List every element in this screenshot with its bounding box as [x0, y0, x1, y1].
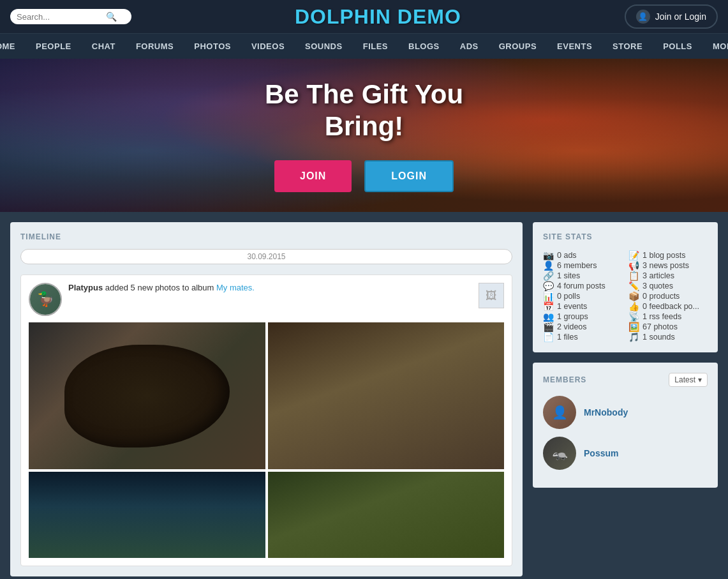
header: 🔍 DOLPHIN DEMO 👤 Join or Login — [0, 0, 728, 33]
stat-photos: 🖼️ 67 photos — [628, 322, 708, 332]
chevron-down-icon: ▾ — [698, 375, 702, 384]
stats-col2: 📝 1 blog posts 📢 3 news posts 📋 3 articl… — [628, 250, 708, 342]
post-author-avatar[interactable]: 🦆 — [29, 283, 62, 316]
stat-members: 👤 6 members — [543, 260, 622, 271]
stats-label: SITE STATS — [543, 232, 708, 241]
timeline-post: 🦆 Platypus added 5 new photos to album M… — [20, 274, 512, 566]
platypus-photo-3 — [29, 472, 265, 558]
articles-icon: 📋 — [628, 271, 639, 281]
ads-icon: 📷 — [543, 250, 553, 260]
stat-groups: 👥 1 groups — [543, 312, 622, 322]
platypus-photo-2 — [268, 322, 505, 469]
videos-icon: 🎬 — [543, 322, 553, 332]
avatar-image: 🦆 — [30, 284, 61, 315]
news-icon: 📢 — [628, 260, 639, 271]
avatar-image-possum: 🦡 — [543, 437, 576, 470]
nav-ads[interactable]: ADS — [450, 34, 489, 59]
right-sidebar: SITE STATS 📷 0 ads 👤 6 members 🔗 1 sites — [533, 222, 718, 576]
stat-forum-posts: 💬 4 forum posts — [543, 281, 622, 291]
post-text: Platypus added 5 new photos to album My … — [68, 283, 472, 292]
avatar-image-mrnobody: 👤 — [543, 396, 576, 429]
member-item-possum: 🦡 Possum — [543, 437, 708, 470]
search-box[interactable]: 🔍 — [10, 9, 131, 24]
join-button[interactable]: JOIN — [274, 160, 352, 192]
members-label: MEMBERS — [543, 375, 586, 384]
photo-3[interactable] — [29, 472, 265, 558]
user-icon: 👤 — [636, 10, 650, 24]
quotes-icon: ✏️ — [628, 281, 639, 291]
hero-banner: Be The Gift You Bring! JOIN LOGIN — [0, 59, 728, 212]
hero-title: Be The Gift You Bring! — [265, 79, 463, 143]
stats-col1: 📷 0 ads 👤 6 members 🔗 1 sites 💬 4 forum … — [543, 250, 622, 342]
nav-sounds[interactable]: SOUNDS — [295, 34, 353, 59]
stat-polls: 📊 0 polls — [543, 291, 622, 301]
nav-home[interactable]: HOME — [0, 34, 26, 59]
member-item: 👤 MrNobody — [543, 396, 708, 429]
nav-blogs[interactable]: BLOGS — [398, 34, 450, 59]
nav-photos[interactable]: PHOTOS — [184, 34, 241, 59]
stat-blog-posts: 📝 1 blog posts — [628, 250, 708, 260]
search-input[interactable] — [17, 12, 106, 22]
login-button[interactable]: LOGIN — [364, 160, 454, 192]
timeline-panel: TIMELINE 30.09.2015 🦆 Platypus added 5 n… — [10, 222, 523, 576]
nav-people[interactable]: PEOPLE — [26, 34, 82, 59]
rss-icon: 📡 — [628, 312, 639, 322]
members-header: MEMBERS Latest ▾ — [543, 373, 708, 387]
photo-4[interactable] — [268, 472, 505, 558]
nav-events[interactable]: EVENTS — [547, 34, 602, 59]
stat-feedback: 👍 0 feedback po... — [628, 301, 708, 312]
members-panel: MEMBERS Latest ▾ 👤 MrNobody 🦡 Possum — [533, 363, 718, 488]
sites-icon: 🔗 — [543, 271, 553, 281]
photo-grid — [29, 322, 504, 558]
stats-panel: SITE STATS 📷 0 ads 👤 6 members 🔗 1 sites — [533, 222, 718, 352]
post-image-placeholder: 🖼 — [479, 283, 504, 308]
member-avatar-mrnobody[interactable]: 👤 — [543, 396, 576, 429]
nav-polls[interactable]: POLLS — [653, 34, 702, 59]
nav-forums[interactable]: FORUMS — [126, 34, 184, 59]
timeline-label: TIMELINE — [20, 232, 512, 241]
stat-videos: 🎬 2 videos — [543, 322, 622, 332]
photo-1[interactable] — [29, 322, 265, 469]
main-nav: HOME PEOPLE CHAT FORUMS PHOTOS VIDEOS SO… — [0, 33, 728, 59]
nav-videos[interactable]: VIDEOS — [241, 34, 295, 59]
photos-icon: 🖼️ — [628, 322, 639, 332]
stat-products: 📦 0 products — [628, 291, 708, 301]
events-icon: 📅 — [543, 301, 553, 312]
members-filter-dropdown[interactable]: Latest ▾ — [669, 373, 708, 387]
products-icon: 📦 — [628, 291, 639, 301]
nav-store[interactable]: STORE — [602, 34, 653, 59]
stat-news-posts: 📢 3 news posts — [628, 260, 708, 271]
files-icon: 📄 — [543, 332, 553, 342]
nav-files[interactable]: FILES — [353, 34, 398, 59]
nav-chat[interactable]: CHAT — [82, 34, 126, 59]
post-header: 🦆 Platypus added 5 new photos to album M… — [29, 283, 504, 316]
member-avatar-possum[interactable]: 🦡 — [543, 437, 576, 470]
groups-icon: 👥 — [543, 312, 553, 322]
nav-groups[interactable]: GROUPS — [489, 34, 547, 59]
photo-2[interactable] — [268, 322, 505, 469]
feedback-icon: 👍 — [628, 301, 639, 312]
blog-icon: 📝 — [628, 250, 639, 260]
stat-events: 📅 1 events — [543, 301, 622, 312]
post-author-name[interactable]: Platypus — [68, 283, 103, 292]
nav-more[interactable]: MORE — [702, 34, 728, 59]
join-login-button[interactable]: 👤 Join or Login — [625, 4, 718, 29]
sounds-icon: 🎵 — [628, 332, 639, 342]
stat-rss: 📡 1 rss feeds — [628, 312, 708, 322]
search-button[interactable]: 🔍 — [106, 11, 117, 22]
hero-content: Be The Gift You Bring! JOIN LOGIN — [265, 79, 463, 193]
platypus-photo-1 — [29, 322, 265, 469]
forum-icon: 💬 — [543, 281, 553, 291]
stat-sites: 🔗 1 sites — [543, 271, 622, 281]
platypus-photo-4 — [268, 472, 505, 558]
timeline-date: 30.09.2015 — [20, 249, 512, 264]
stat-files: 📄 1 files — [543, 332, 622, 342]
hero-buttons: JOIN LOGIN — [265, 160, 463, 192]
stat-ads: 📷 0 ads — [543, 250, 622, 260]
post-album-link[interactable]: My mates. — [216, 283, 255, 292]
member-name-possum[interactable]: Possum — [584, 448, 618, 458]
post-action: added 5 new photos to album — [105, 283, 216, 292]
member-name-mrnobody[interactable]: MrNobody — [584, 407, 628, 417]
members-icon: 👤 — [543, 260, 553, 271]
stat-articles: 📋 3 articles — [628, 271, 708, 281]
